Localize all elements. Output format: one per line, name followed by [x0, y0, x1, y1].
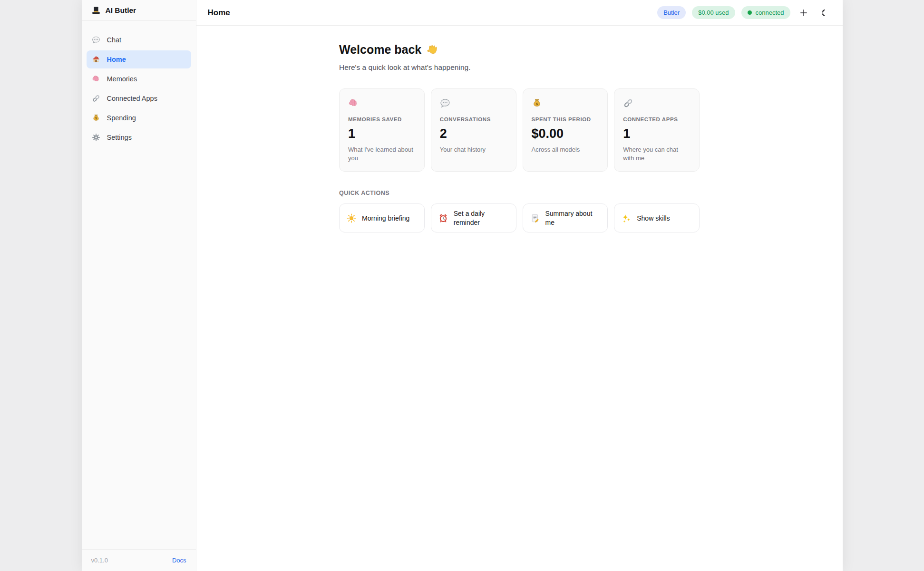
- moon-icon: [820, 9, 828, 17]
- header-status-area: Butler $0.00 used connected: [657, 6, 831, 20]
- link-icon: [92, 94, 100, 103]
- spend-badge: $0.00 used: [692, 6, 735, 19]
- app-title: AI Butler: [106, 6, 136, 15]
- sidebar-footer: v0.1.0 Docs: [82, 549, 196, 571]
- sidebar-item-connected-apps[interactable]: Connected Apps: [87, 89, 191, 107]
- waving-hand-icon: [426, 44, 438, 56]
- stat-card-connected-apps: CONNECTED APPS 1 Where you can chat with…: [614, 88, 700, 172]
- app-version: v0.1.0: [91, 557, 108, 564]
- money-bag-icon: $: [92, 114, 100, 122]
- summary-about-me-button[interactable]: Summary about me: [523, 203, 608, 232]
- plus-icon: [799, 8, 808, 18]
- daily-reminder-button[interactable]: Set a daily reminder: [431, 203, 516, 232]
- welcome-heading: Welcome back: [339, 43, 700, 57]
- spend-badge-label: $0.00 used: [698, 9, 729, 16]
- main-header: Home Butler $0.00 used connected: [196, 0, 843, 26]
- quick-actions-row: Morning briefing Set a daily reminder Su…: [339, 203, 700, 232]
- stat-description: Across all models: [532, 145, 599, 154]
- sidebar-item-spending[interactable]: $ Spending: [87, 109, 191, 127]
- stat-card-conversations: CONVERSATIONS 2 Your chat history: [431, 88, 516, 172]
- docs-link[interactable]: Docs: [172, 557, 186, 564]
- action-label: Morning briefing: [362, 214, 409, 223]
- new-chat-button[interactable]: [797, 6, 811, 20]
- theme-toggle-button[interactable]: [817, 6, 831, 20]
- sidebar-item-label: Spending: [107, 114, 136, 122]
- action-label: Set a daily reminder: [454, 209, 509, 226]
- stat-card-memories: MEMORIES SAVED 1 What I've learned about…: [339, 88, 425, 172]
- memo-icon: [530, 213, 540, 223]
- connected-dot-icon: [748, 10, 752, 15]
- stat-card-spending: $ SPENT THIS PERIOD $0.00 Across all mod…: [523, 88, 608, 172]
- main-content: Welcome back Here's a quick look at what…: [196, 26, 843, 571]
- svg-text:$: $: [535, 102, 538, 106]
- app-window: AI Butler Chat Home Memories Connected A…: [82, 0, 843, 571]
- sidebar-item-memories[interactable]: Memories: [87, 70, 191, 88]
- sidebar-item-label: Chat: [107, 36, 122, 44]
- stat-value: 1: [623, 126, 691, 141]
- stat-label: CONNECTED APPS: [623, 116, 691, 122]
- link-icon: [623, 98, 633, 108]
- svg-text:$: $: [95, 116, 97, 120]
- sidebar-item-home[interactable]: Home: [87, 50, 191, 68]
- brain-icon: [348, 98, 359, 108]
- sparkles-icon: [622, 213, 631, 223]
- sidebar-item-label: Memories: [107, 75, 137, 83]
- stat-value: $0.00: [532, 126, 599, 141]
- stat-description: What I've learned about you: [348, 145, 416, 162]
- sidebar-item-settings[interactable]: Settings: [87, 128, 191, 146]
- stat-value: 1: [348, 126, 416, 141]
- welcome-subtitle: Here's a quick look at what's happening.: [339, 63, 700, 72]
- stat-description: Your chat history: [440, 145, 507, 154]
- brain-icon: [92, 75, 100, 83]
- butler-badge: Butler: [657, 6, 686, 19]
- quick-actions-heading: QUICK ACTIONS: [339, 190, 700, 196]
- sun-icon: [347, 213, 356, 223]
- sidebar-item-label: Connected Apps: [107, 95, 157, 102]
- sidebar: AI Butler Chat Home Memories Connected A…: [82, 0, 196, 571]
- house-icon: [92, 55, 100, 64]
- sidebar-item-label: Home: [107, 56, 126, 63]
- action-label: Summary about me: [545, 209, 601, 226]
- sidebar-item-chat[interactable]: Chat: [87, 31, 191, 49]
- show-skills-button[interactable]: Show skills: [614, 203, 700, 232]
- stat-value: 2: [440, 126, 507, 141]
- chat-bubble-icon: [92, 36, 100, 44]
- stat-label: MEMORIES SAVED: [348, 116, 416, 122]
- butler-badge-label: Butler: [663, 9, 680, 16]
- connection-status-label: connected: [756, 9, 784, 16]
- page-title: Home: [208, 8, 230, 18]
- morning-briefing-button[interactable]: Morning briefing: [339, 203, 425, 232]
- stat-label: SPENT THIS PERIOD: [532, 116, 599, 122]
- connection-status-badge: connected: [741, 6, 790, 19]
- money-bag-icon: $: [532, 98, 542, 108]
- stats-row: MEMORIES SAVED 1 What I've learned about…: [339, 88, 700, 172]
- main-panel: Home Butler $0.00 used connected: [196, 0, 843, 571]
- stat-label: CONVERSATIONS: [440, 116, 507, 122]
- top-hat-icon: [91, 6, 101, 15]
- sidebar-nav: Chat Home Memories Connected Apps $ Spen…: [82, 21, 196, 549]
- sidebar-item-label: Settings: [107, 134, 132, 141]
- alarm-clock-icon: [438, 213, 448, 223]
- chat-bubble-icon: [440, 98, 450, 108]
- app-logo-header: AI Butler: [82, 0, 196, 21]
- action-label: Show skills: [637, 214, 670, 223]
- stat-description: Where you can chat with me: [623, 145, 691, 162]
- gear-icon: [92, 133, 100, 142]
- welcome-heading-text: Welcome back: [339, 43, 421, 57]
